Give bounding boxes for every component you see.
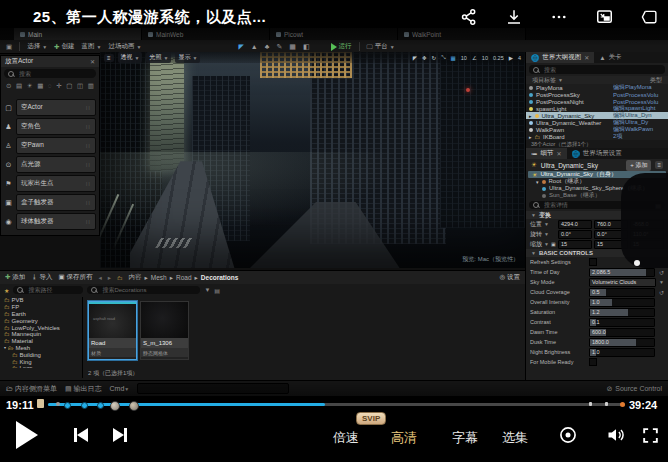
breadcrumb[interactable]: 内容▸ Mesh▸ Road▸ Decorations: [129, 273, 239, 282]
show-dropdown[interactable]: 显示▼: [175, 52, 200, 63]
place-actors-tab[interactable]: 放置Actor✕: [1, 56, 99, 67]
night-brightness-input[interactable]: 1.0: [589, 348, 655, 357]
cb-settings-button[interactable]: ◎ 设置: [500, 273, 520, 282]
place-item-point-light[interactable]: ⊙点光源⁞⁞: [3, 157, 96, 172]
favorites-star-icon[interactable]: ★: [4, 287, 9, 294]
component-options-button[interactable]: ≡: [655, 161, 663, 169]
place-item-sphere-trigger[interactable]: ◉球体触发器⁞⁞: [3, 214, 96, 229]
place-item-empty-actor[interactable]: ▢空Actor⁞⁞: [3, 100, 96, 115]
add-button[interactable]: ✚ 添加: [5, 273, 25, 282]
location-x[interactable]: 4294.0: [558, 220, 592, 229]
back-icon[interactable]: ◂: [99, 274, 102, 282]
asset-search-input[interactable]: [100, 286, 196, 294]
location-dropdown[interactable]: 位置▼: [530, 220, 556, 229]
cast-icon[interactable]: [641, 8, 658, 26]
reset-icon[interactable]: ↺: [659, 289, 664, 296]
folder-row[interactable]: 🗀FP: [0, 304, 80, 311]
asset-tile-mesh[interactable]: S_m_1306 静态网格体: [140, 301, 189, 360]
danmaku-settings-button[interactable]: [558, 425, 578, 448]
tab-world-outliner[interactable]: 🌐世界大纲视图✕: [526, 52, 594, 63]
share-icon[interactable]: [460, 8, 478, 26]
pip-icon[interactable]: [595, 8, 614, 26]
folder-row[interactable]: 🗀Building: [0, 351, 80, 358]
outliner-row[interactable]: PostProcessSkyPostProcessVolu: [526, 91, 668, 98]
tab-world-settings[interactable]: 🌐世界场景设置: [567, 148, 627, 159]
forward-icon[interactable]: ▸: [108, 274, 111, 282]
prev-button[interactable]: [74, 428, 88, 442]
folder-row[interactable]: 🗀Logs: [0, 365, 80, 368]
outliner-row-folder[interactable]: ▸🗀IKBoard2项: [526, 133, 668, 140]
sky-mode-dropdown[interactable]: Volumetric Clouds: [589, 278, 656, 287]
folder-row[interactable]: 🗀King: [0, 358, 80, 365]
overall-intensity-input[interactable]: 1.0: [589, 298, 655, 307]
rotation-x[interactable]: 0.0°: [558, 230, 592, 239]
time-of-day-input[interactable]: 2,086.5: [589, 268, 655, 277]
progress-marker[interactable]: [64, 402, 71, 409]
scale-x[interactable]: 15: [558, 240, 592, 249]
grid-snap-icon[interactable]: ▦: [451, 55, 456, 61]
progress-marker[interactable]: [81, 402, 88, 409]
scale-dropdown[interactable]: 缩放▼▣: [530, 240, 556, 249]
note-marker-icon[interactable]: [37, 399, 44, 408]
next-button[interactable]: [113, 428, 127, 442]
viewport[interactable]: ≡ 透视▼ 光照▼ 显示▼ ◤ ✥ ↻ ⤡ ▦ 10 ∠ 10 0.25 ▶ 4: [100, 52, 525, 268]
splitter[interactable]: [82, 297, 83, 378]
close-icon[interactable]: ✕: [90, 58, 95, 65]
import-button[interactable]: ⭳ 导入: [31, 273, 52, 282]
tab-levels[interactable]: ▲关卡: [594, 52, 626, 63]
more-icon[interactable]: [550, 8, 568, 26]
progress-bar[interactable]: [48, 403, 625, 406]
scale-tool-icon[interactable]: ⤡: [441, 54, 445, 61]
perspective-dropdown[interactable]: 透视▼: [118, 52, 143, 63]
angle-snap-value[interactable]: 10: [482, 55, 488, 61]
folder-row[interactable]: 🗀Earth: [0, 311, 80, 318]
place-item-player-start[interactable]: ⚑玩家出生点⁞⁞: [3, 176, 96, 191]
fullscreen-button[interactable]: [641, 426, 660, 448]
speed-button[interactable]: 倍速: [333, 429, 359, 447]
viewport-menu-icon[interactable]: ≡: [104, 54, 114, 62]
filter-icon[interactable]: ▼: [204, 287, 210, 293]
place-category-icons[interactable]: ⊙▤☀▦◌✛▢◫▥: [1, 80, 99, 92]
download-icon[interactable]: [505, 8, 523, 26]
outliner-search[interactable]: [529, 65, 665, 74]
place-search-input[interactable]: [17, 70, 92, 78]
outliner-search-input[interactable]: [542, 66, 661, 74]
subtitle-button[interactable]: 字幕: [452, 429, 478, 447]
contrast-input[interactable]: 0.1: [589, 318, 655, 327]
move-tool-icon[interactable]: ✥: [422, 55, 427, 61]
scale-snap-value[interactable]: 0.25: [493, 55, 504, 61]
save-all-button[interactable]: ▣ 保存所有: [59, 273, 93, 282]
close-icon[interactable]: ✕: [584, 54, 589, 61]
folder-row[interactable]: 🗀LowPoly_Vehicles: [0, 324, 80, 331]
folder-row[interactable]: 🗀Material: [0, 338, 80, 345]
progress-marker[interactable]: [97, 402, 104, 409]
camera-speed-value[interactable]: 4: [518, 55, 521, 61]
refresh-settings-checkbox[interactable]: [589, 258, 597, 266]
tab-details[interactable]: ≔细节✕: [526, 148, 567, 159]
camera-speed-icon[interactable]: ▶: [509, 55, 513, 61]
folder-row[interactable]: 🗀PVB: [0, 297, 80, 304]
rotation-dropdown[interactable]: 旋转▼: [530, 230, 556, 239]
folder-row[interactable]: 🗀Geometry: [0, 317, 80, 324]
grid-snap-value[interactable]: 10: [461, 55, 467, 61]
lit-dropdown[interactable]: 光照▼: [146, 52, 171, 63]
saturation-input[interactable]: 1.2: [589, 308, 655, 317]
add-component-button[interactable]: + 添加: [626, 160, 651, 171]
volume-button[interactable]: [605, 425, 627, 448]
cloud-coverage-input[interactable]: 0.5: [589, 288, 655, 297]
folder-row[interactable]: 🗀Mannequin: [0, 331, 80, 338]
emoji-marker[interactable]: [110, 401, 120, 411]
place-item-empty-character[interactable]: ♟空角色⁞⁞: [3, 119, 96, 134]
quality-button[interactable]: 高清: [391, 429, 417, 447]
folder-row[interactable]: ▾🗁Mesh: [0, 345, 80, 352]
columns-icon[interactable]: ▤: [214, 287, 220, 294]
outliner-row[interactable]: PlayMona编辑PlayMona: [526, 84, 668, 91]
ue-editor-frame[interactable]: Main MainWeb Picowt WalkPoint ▣ 选择▼ ✚创建 …: [0, 28, 668, 396]
select-tool-icon[interactable]: ◤: [413, 55, 417, 61]
sources-search-input[interactable]: [26, 286, 79, 294]
rotate-tool-icon[interactable]: ↻: [432, 55, 437, 61]
progress-marker[interactable]: [56, 402, 60, 406]
highlight-marker[interactable]: [620, 402, 625, 407]
angle-snap-icon[interactable]: ∠: [472, 55, 477, 61]
place-item-box-trigger[interactable]: ▣盒子触发器⁞⁞: [3, 195, 96, 210]
